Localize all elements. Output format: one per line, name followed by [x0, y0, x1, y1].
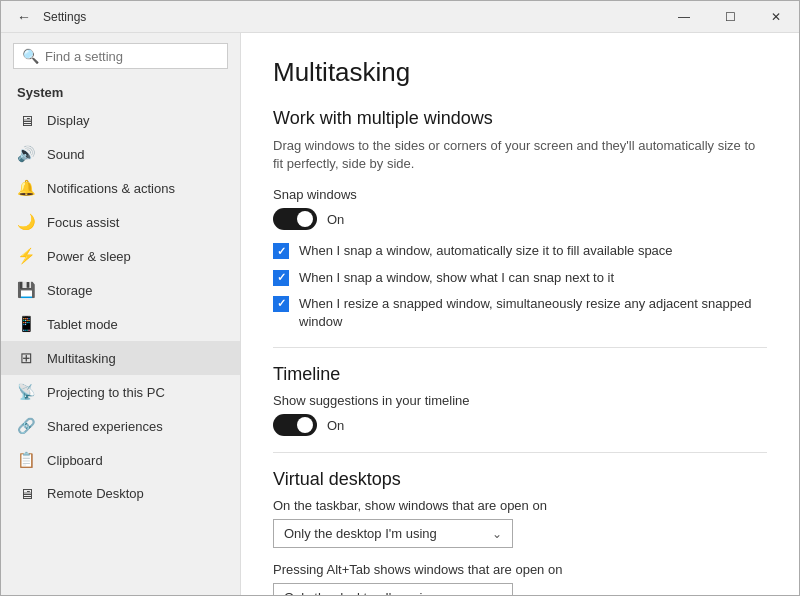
taskbar-dropdown-arrow: ⌄	[492, 527, 502, 541]
sidebar-item-shared-experiences[interactable]: 🔗 Shared experiences	[1, 409, 240, 443]
sidebar-item-display[interactable]: 🖥 Display	[1, 104, 240, 137]
sidebar-item-sound[interactable]: 🔊 Sound	[1, 137, 240, 171]
taskbar-dropdown-value: Only the desktop I'm using	[284, 526, 437, 541]
settings-window: ← Settings — ☐ ✕ 🔍 System 🖥 Display 🔊 So…	[0, 0, 800, 596]
sidebar-item-label: Clipboard	[47, 453, 103, 468]
shared-experiences-icon: 🔗	[17, 417, 35, 435]
sidebar-item-label: Remote Desktop	[47, 486, 144, 501]
content-area: 🔍 System 🖥 Display 🔊 Sound 🔔 Notificatio…	[1, 33, 799, 595]
timeline-toggle-row: On	[273, 414, 767, 436]
sidebar-item-storage[interactable]: 💾 Storage	[1, 273, 240, 307]
sidebar-item-power-sleep[interactable]: ⚡ Power & sleep	[1, 239, 240, 273]
clipboard-icon: 📋	[17, 451, 35, 469]
remote-desktop-icon: 🖥	[17, 485, 35, 502]
tablet-mode-icon: 📱	[17, 315, 35, 333]
sidebar: 🔍 System 🖥 Display 🔊 Sound 🔔 Notificatio…	[1, 33, 241, 595]
checkbox-3[interactable]	[273, 296, 289, 312]
storage-icon: 💾	[17, 281, 35, 299]
page-title: Multitasking	[273, 57, 767, 88]
back-button[interactable]: ←	[13, 5, 35, 29]
suggestions-label: Show suggestions in your timeline	[273, 393, 767, 408]
snap-toggle-knob	[297, 211, 313, 227]
snap-toggle-row: On	[273, 208, 767, 230]
section2-title: Timeline	[273, 364, 767, 385]
sidebar-item-label: Projecting to this PC	[47, 385, 165, 400]
altTab-dropdown-value: Only the desktop I'm using	[284, 590, 437, 595]
divider-2	[273, 452, 767, 453]
timeline-toggle[interactable]	[273, 414, 317, 436]
main-content: Multitasking Work with multiple windows …	[241, 33, 799, 595]
sidebar-item-label: Power & sleep	[47, 249, 131, 264]
checkbox-3-text: When I resize a snapped window, simultan…	[299, 295, 767, 331]
sidebar-section-label: System	[1, 79, 240, 104]
sidebar-item-label: Shared experiences	[47, 419, 163, 434]
focus-assist-icon: 🌙	[17, 213, 35, 231]
minimize-button[interactable]: —	[661, 1, 707, 33]
taskbar-label: On the taskbar, show windows that are op…	[273, 498, 767, 513]
sidebar-item-label: Sound	[47, 147, 85, 162]
sidebar-item-multitasking[interactable]: ⊞ Multitasking	[1, 341, 240, 375]
section1-desc: Drag windows to the sides or corners of …	[273, 137, 767, 173]
checkbox-2[interactable]	[273, 270, 289, 286]
timeline-toggle-label: On	[327, 418, 344, 433]
sidebar-item-tablet-mode[interactable]: 📱 Tablet mode	[1, 307, 240, 341]
title-bar: ← Settings — ☐ ✕	[1, 1, 799, 33]
timeline-toggle-knob	[297, 417, 313, 433]
sidebar-item-label: Display	[47, 113, 90, 128]
snap-label: Snap windows	[273, 187, 767, 202]
snap-toggle[interactable]	[273, 208, 317, 230]
sound-icon: 🔊	[17, 145, 35, 163]
title-bar-title: Settings	[43, 10, 86, 24]
checkbox-row-2[interactable]: When I snap a window, show what I can sn…	[273, 269, 767, 287]
title-bar-controls: — ☐ ✕	[661, 1, 799, 33]
display-icon: 🖥	[17, 112, 35, 129]
sidebar-item-label: Notifications & actions	[47, 181, 175, 196]
altTab-dropdown[interactable]: Only the desktop I'm using ⌄	[273, 583, 513, 595]
sidebar-item-label: Focus assist	[47, 215, 119, 230]
sidebar-item-projecting[interactable]: 📡 Projecting to this PC	[1, 375, 240, 409]
sidebar-item-remote-desktop[interactable]: 🖥 Remote Desktop	[1, 477, 240, 510]
multitasking-icon: ⊞	[17, 349, 35, 367]
checkbox-row-1[interactable]: When I snap a window, automatically size…	[273, 242, 767, 260]
altTab-dropdown-arrow: ⌄	[492, 591, 502, 595]
sidebar-item-label: Storage	[47, 283, 93, 298]
taskbar-dropdown[interactable]: Only the desktop I'm using ⌄	[273, 519, 513, 548]
title-bar-left: ← Settings	[13, 5, 86, 29]
sidebar-item-label: Tablet mode	[47, 317, 118, 332]
section1-title: Work with multiple windows	[273, 108, 767, 129]
section3-title: Virtual desktops	[273, 469, 767, 490]
notifications-icon: 🔔	[17, 179, 35, 197]
altTab-label: Pressing Alt+Tab shows windows that are …	[273, 562, 767, 577]
search-icon: 🔍	[22, 48, 39, 64]
close-button[interactable]: ✕	[753, 1, 799, 33]
sidebar-item-clipboard[interactable]: 📋 Clipboard	[1, 443, 240, 477]
checkbox-row-3[interactable]: When I resize a snapped window, simultan…	[273, 295, 767, 331]
checkbox-1[interactable]	[273, 243, 289, 259]
snap-toggle-label: On	[327, 212, 344, 227]
sidebar-item-notifications[interactable]: 🔔 Notifications & actions	[1, 171, 240, 205]
checkbox-1-text: When I snap a window, automatically size…	[299, 242, 673, 260]
checkbox-2-text: When I snap a window, show what I can sn…	[299, 269, 614, 287]
divider-1	[273, 347, 767, 348]
search-input[interactable]	[45, 49, 219, 64]
power-sleep-icon: ⚡	[17, 247, 35, 265]
maximize-button[interactable]: ☐	[707, 1, 753, 33]
projecting-icon: 📡	[17, 383, 35, 401]
sidebar-item-label: Multitasking	[47, 351, 116, 366]
sidebar-item-focus-assist[interactable]: 🌙 Focus assist	[1, 205, 240, 239]
search-box[interactable]: 🔍	[13, 43, 228, 69]
